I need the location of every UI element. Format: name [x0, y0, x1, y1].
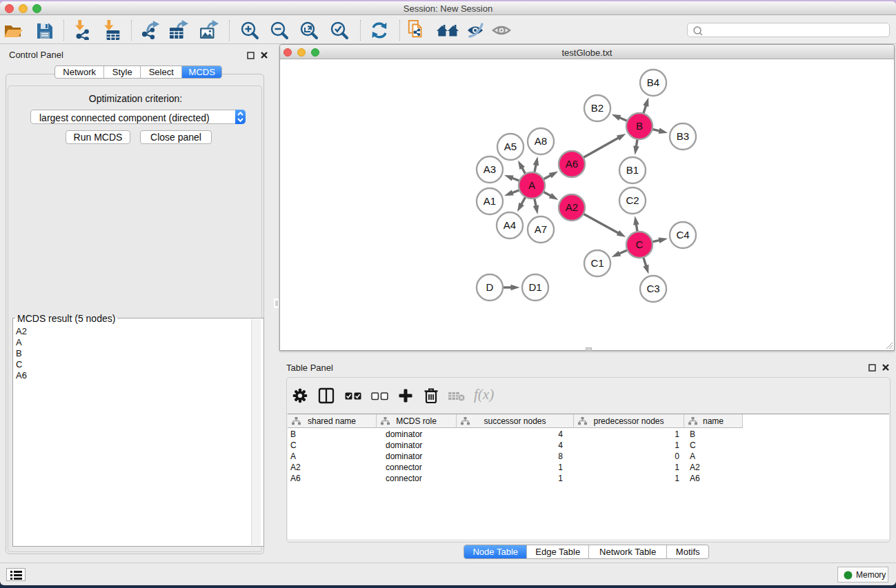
- svg-text:C1: C1: [590, 257, 604, 269]
- svg-text:B1: B1: [626, 164, 639, 176]
- svg-text:A4: A4: [504, 219, 516, 231]
- svg-text:A3: A3: [484, 163, 496, 175]
- svg-text:A5: A5: [504, 141, 517, 152]
- svg-text:D1: D1: [528, 281, 541, 293]
- svg-text:A1: A1: [484, 195, 496, 207]
- svg-text:B3: B3: [677, 130, 689, 142]
- svg-text:D: D: [486, 281, 494, 293]
- svg-text:A8: A8: [535, 135, 547, 147]
- svg-text:B4: B4: [647, 77, 659, 88]
- svg-text:B2: B2: [591, 102, 604, 114]
- svg-text:C: C: [636, 239, 644, 250]
- svg-text:C3: C3: [646, 283, 659, 294]
- svg-text:C2: C2: [626, 194, 639, 206]
- svg-text:A6: A6: [566, 158, 578, 170]
- svg-text:C4: C4: [676, 229, 689, 241]
- svg-text:B: B: [636, 120, 643, 132]
- svg-text:A7: A7: [535, 223, 547, 235]
- svg-text:A2: A2: [566, 201, 578, 213]
- svg-text:A: A: [528, 179, 535, 191]
